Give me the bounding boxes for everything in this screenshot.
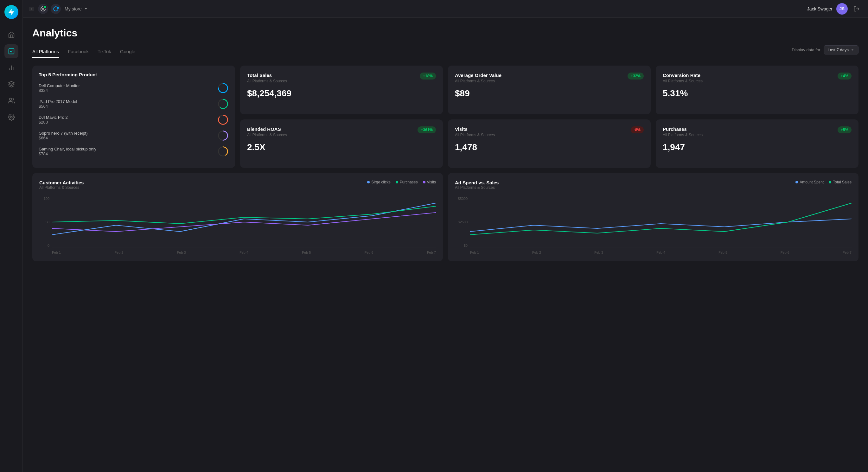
y-label-0: 0 — [39, 244, 50, 247]
product-ring-3 — [217, 130, 229, 141]
product-ring-4 — [217, 146, 229, 157]
purchases-title: Purchases — [663, 126, 703, 132]
product-name-0: Dell Computer Monitor — [39, 83, 80, 88]
conversion-badge: +4% — [838, 72, 851, 80]
date-range-value: Last 7 days — [828, 48, 849, 52]
collapse-handle[interactable]: › — [29, 7, 34, 11]
product-ring-1 — [217, 98, 229, 109]
purchases-subtitle: All Platforms & Sources — [663, 133, 703, 137]
stat-card-purchases: Purchases All Platforms & Sources +5% 1,… — [656, 119, 859, 168]
chart-customer-title: Customer Activities — [39, 180, 84, 185]
chart-adspend-title: Ad Spend vs. Sales — [455, 180, 499, 185]
stat-card-total-sales: Total Sales All Platforms & Sources +18%… — [240, 66, 443, 114]
svg-point-6 — [10, 116, 12, 118]
charts-grid: Customer Activities All Platforms & Sour… — [32, 173, 859, 261]
legend-total-sales: Total Sales — [833, 180, 851, 184]
chart-customer-activities: Customer Activities All Platforms & Sour… — [32, 173, 443, 261]
product-price-2: $283 — [39, 120, 68, 125]
y-label-0-dollar: $0 — [455, 244, 468, 247]
tab-tiktok[interactable]: TikTok — [98, 45, 111, 58]
product-ring-0 — [217, 82, 229, 94]
ads-x-feb5: Feb 5 — [718, 251, 727, 254]
top5-title: Top 5 Performing Product — [39, 72, 229, 77]
products-list: Dell Computer Monitor $324 iPad Pro 2017… — [39, 82, 229, 157]
product-price-1: $564 — [39, 104, 77, 109]
date-filter-area: Display data for Last 7 days — [792, 45, 859, 58]
sidebar-item-analytics[interactable] — [4, 44, 19, 58]
product-item-3: Gopro hero 7 (with receipt) $664 — [39, 130, 229, 141]
product-price-4: $784 — [39, 151, 96, 156]
total-sales-value: $8,254,369 — [247, 88, 436, 98]
avg-order-subtitle: All Platforms & Sources — [455, 79, 501, 83]
y-label-5000: $5000 — [455, 197, 468, 200]
blended-roas-title: Blended ROAS — [247, 126, 287, 132]
visits-badge: -8% — [631, 126, 644, 133]
product-name-2: DJI Mavic Pro 2 — [39, 115, 68, 120]
chart-customer-subtitle: All Platforms & Sources — [39, 185, 84, 190]
product-name-3: Gopro hero 7 (with receipt) — [39, 131, 88, 135]
tab-facebook[interactable]: Facebook — [68, 45, 89, 58]
stat-card-avg-order: Average Order Value All Platforms & Sour… — [448, 66, 651, 114]
chart-adspend-legend: Amount Spent Total Sales — [796, 180, 851, 184]
date-range-dropdown[interactable]: Last 7 days — [824, 45, 859, 55]
tabs-bar: All Platforms Facebook TikTok Google Dis… — [32, 45, 859, 58]
x-feb3: Feb 3 — [177, 251, 186, 254]
sidebar-item-home[interactable] — [4, 28, 19, 42]
visits-value: 1,478 — [455, 142, 644, 152]
blended-roas-badge: +361% — [417, 126, 436, 133]
topbar-icon-refresh[interactable] — [51, 4, 61, 14]
topbar-icon-snowflake[interactable] — [38, 4, 48, 14]
product-name-4: Gaming Chair, local pickup only — [39, 147, 96, 151]
x-feb5: Feb 5 — [302, 251, 311, 254]
ads-x-feb3: Feb 3 — [594, 251, 603, 254]
y-label-100: 100 — [39, 197, 50, 200]
topbar-icons — [38, 4, 61, 14]
blended-roas-subtitle: All Platforms & Sources — [247, 133, 287, 137]
product-name-1: iPad Pro 2017 Model — [39, 99, 77, 104]
stat-card-conversion: Conversion Rate All Platforms & Sources … — [656, 66, 859, 114]
x-feb6: Feb 6 — [364, 251, 373, 254]
x-feb7: Feb 7 — [427, 251, 436, 254]
product-price-0: $324 — [39, 88, 80, 93]
avg-order-badge: +32% — [627, 72, 644, 80]
tab-google[interactable]: Google — [120, 45, 135, 58]
avg-order-title: Average Order Value — [455, 72, 501, 78]
conversion-value: 5.31% — [663, 88, 851, 98]
product-item-0: Dell Computer Monitor $324 — [39, 82, 229, 94]
user-avatar: JS — [836, 3, 848, 14]
chart-customer-legend: Sirge clicks Purchases Visits — [367, 180, 436, 184]
sidebar-item-settings[interactable] — [4, 110, 19, 124]
logout-button[interactable] — [851, 4, 862, 14]
display-data-label: Display data for — [792, 48, 820, 52]
svg-rect-0 — [8, 49, 14, 54]
adspend-chart — [470, 197, 851, 247]
visits-title: Visits — [455, 126, 495, 132]
x-feb2: Feb 2 — [114, 251, 123, 254]
sidebar-item-layers[interactable] — [4, 77, 19, 91]
stats-grid: Total Sales All Platforms & Sources +18%… — [32, 66, 859, 168]
ads-x-feb4: Feb 4 — [656, 251, 665, 254]
topbar-right: Jack Swager JS — [807, 3, 862, 14]
main-wrapper: › My store Jack Swager JS Analytics All … — [23, 0, 868, 472]
topbar: › My store Jack Swager JS — [23, 0, 868, 18]
topbar-store[interactable]: My store — [65, 6, 88, 11]
total-sales-title: Total Sales — [247, 72, 287, 78]
product-item-2: DJI Mavic Pro 2 $283 — [39, 114, 229, 125]
chart-adspend-subtitle: All Platforms & Sources — [455, 185, 499, 190]
stat-card-visits: Visits All Platforms & Sources -8% 1,478 — [448, 119, 651, 168]
tab-all-platforms[interactable]: All Platforms — [32, 45, 59, 58]
stat-card-top5: Top 5 Performing Product Dell Computer M… — [32, 66, 235, 168]
sidebar-item-users[interactable] — [4, 94, 19, 108]
ads-x-feb2: Feb 2 — [532, 251, 541, 254]
product-price-3: $664 — [39, 135, 88, 140]
conversion-title: Conversion Rate — [663, 72, 703, 78]
total-sales-subtitle: All Platforms & Sources — [247, 79, 287, 83]
app-logo[interactable] — [4, 5, 19, 19]
sidebar-item-barchart[interactable] — [4, 61, 19, 75]
product-item-1: iPad Pro 2017 Model $564 — [39, 98, 229, 109]
x-feb1: Feb 1 — [52, 251, 61, 254]
sidebar — [0, 0, 23, 472]
svg-marker-4 — [8, 82, 14, 84]
y-label-50: 50 — [39, 220, 50, 224]
customer-activities-chart — [52, 197, 436, 247]
